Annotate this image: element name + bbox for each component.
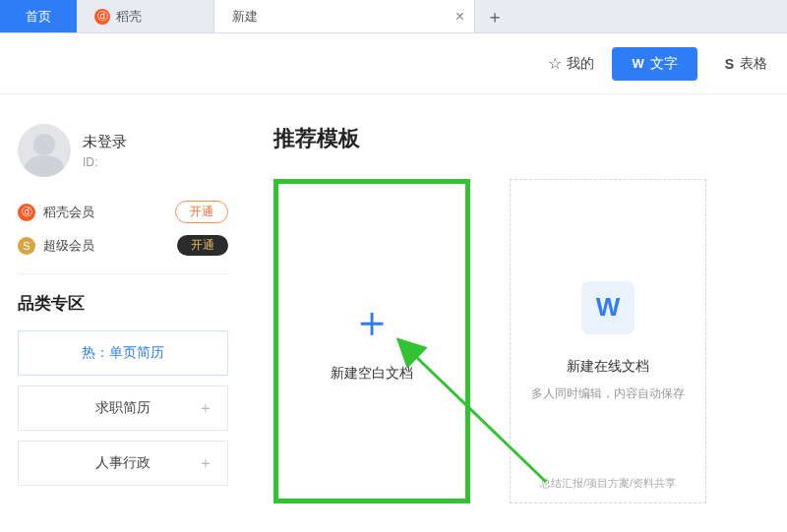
- docer-member-label: 稻壳会员: [43, 204, 94, 221]
- word-icon: W: [632, 56, 643, 71]
- user-name: 未登录: [83, 133, 127, 151]
- big-plus-icon: ＋: [350, 300, 394, 343]
- blank-doc-label: 新建空白文档: [331, 365, 413, 383]
- sidebar: 未登录 ID: ⓓ 稻壳会员 开通 S 超级会员 开通 品类专区 热：单页简历 …: [0, 94, 246, 532]
- content-area: 推荐模板 ＋ 新建空白文档 W 新建在线文档 多人同时编辑，内容自动保存 总结汇…: [246, 94, 787, 532]
- category-hot-label: 热：单页简历: [82, 344, 164, 362]
- super-open-button[interactable]: 开通: [177, 235, 228, 256]
- divider: [18, 273, 228, 274]
- super-member-label: 超级会员: [43, 237, 94, 255]
- new-blank-doc-card[interactable]: ＋ 新建空白文档: [273, 179, 470, 503]
- my-docs-button[interactable]: ☆ 我的: [548, 54, 594, 73]
- toolbar: ☆ 我的 W 文字 S 表格: [0, 33, 787, 94]
- super-member-row: S 超级会员 开通: [18, 235, 228, 256]
- main-area: 未登录 ID: ⓓ 稻壳会员 开通 S 超级会员 开通 品类专区 热：单页简历 …: [0, 94, 787, 532]
- new-text-label: 文字: [650, 55, 678, 73]
- online-doc-label: 新建在线文档: [567, 358, 649, 376]
- tab-new[interactable]: 新建 ×: [214, 0, 475, 32]
- online-word-icon: W: [581, 281, 635, 334]
- tab-bar: 首页 ⓓ 稻壳 新建 × ＋: [0, 0, 787, 33]
- category-hot-resume[interactable]: 热：单页简历: [18, 330, 228, 376]
- docer-fire-icon: ⓓ: [94, 9, 110, 25]
- docer-open-button[interactable]: 开通: [175, 201, 228, 223]
- recommend-title: 推荐模板: [273, 124, 777, 153]
- tab-docer-label: 稻壳: [116, 8, 142, 26]
- star-icon: ☆: [548, 54, 562, 73]
- plus-icon: ＋: [198, 453, 213, 474]
- tab-home-label: 首页: [26, 8, 51, 26]
- tab-home[interactable]: 首页: [0, 0, 77, 32]
- close-icon[interactable]: ×: [455, 8, 464, 26]
- sheet-icon: S: [725, 56, 734, 72]
- my-docs-label: 我的: [567, 55, 594, 73]
- category-hr-label: 人事行政: [95, 454, 151, 472]
- new-text-button[interactable]: W 文字: [612, 47, 696, 81]
- new-sheet-label: 表格: [740, 55, 767, 73]
- new-sheet-button[interactable]: S 表格: [715, 47, 777, 81]
- tab-new-label: 新建: [232, 8, 258, 26]
- user-id-label: ID:: [83, 155, 127, 169]
- category-title: 品类专区: [18, 292, 228, 315]
- profile-block[interactable]: 未登录 ID:: [18, 124, 228, 177]
- tab-docer[interactable]: ⓓ 稻壳: [77, 0, 214, 32]
- category-hr[interactable]: 人事行政 ＋: [18, 441, 228, 486]
- plus-icon: ＋: [198, 398, 213, 419]
- template-cards: ＋ 新建空白文档 W 新建在线文档 多人同时编辑，内容自动保存 总结汇报/项目方…: [273, 179, 777, 503]
- new-tab-button[interactable]: ＋: [475, 0, 515, 32]
- category-resume-label: 求职简历: [95, 399, 151, 417]
- online-doc-footer: 总结汇报/项目方案/资料共享: [540, 476, 676, 491]
- super-badge-icon: S: [18, 237, 35, 255]
- category-resume[interactable]: 求职简历 ＋: [18, 385, 228, 431]
- docer-badge-icon: ⓓ: [18, 204, 35, 221]
- online-doc-sub: 多人同时编辑，内容自动保存: [531, 385, 685, 402]
- docer-member-row: ⓓ 稻壳会员 开通: [18, 201, 228, 223]
- new-online-doc-card[interactable]: W 新建在线文档 多人同时编辑，内容自动保存 总结汇报/项目方案/资料共享: [510, 179, 706, 503]
- avatar: [18, 124, 71, 177]
